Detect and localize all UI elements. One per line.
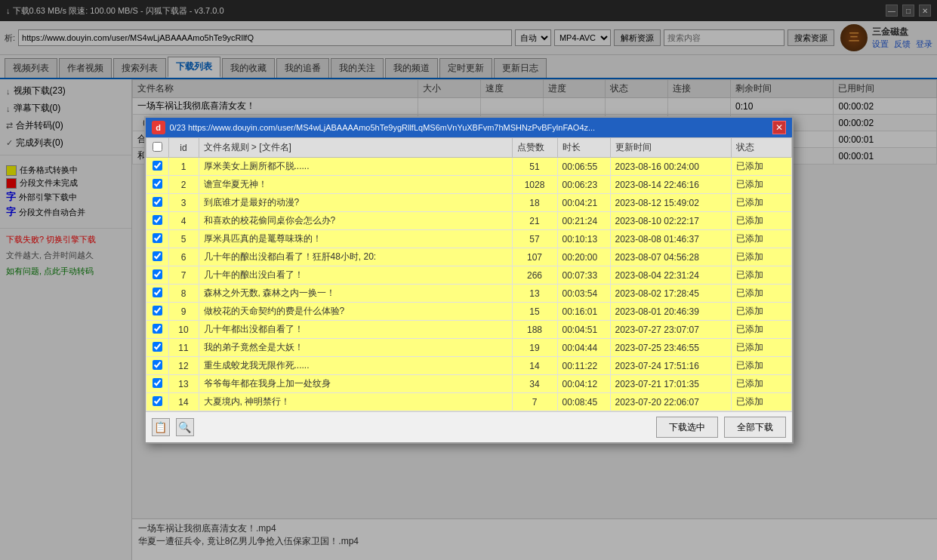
modal-table-row[interactable]: 4 和喜欢的校花偷同桌你会怎么办? 21 00:21:24 2023-08-10… [146,212,791,230]
modal-cell-status: 已添加 [731,176,791,194]
modal-cell-status: 已添加 [731,375,791,393]
modal-cell-checkbox[interactable] [146,266,168,285]
modal-cell-status: 已添加 [731,230,791,248]
modal-cell-status: 已添加 [731,158,791,176]
modal-cell-checkbox[interactable] [146,393,168,411]
row-checkbox[interactable] [153,324,162,334]
row-checkbox[interactable] [153,215,162,225]
modal-cell-checkbox[interactable] [146,375,168,393]
row-checkbox[interactable] [153,288,162,297]
modal-cell-update: 2023-07-21 17:01:35 [610,375,731,393]
modal-table-row[interactable]: 13 爷爷每年都在我身上加一处纹身 34 00:04:12 2023-07-21… [146,375,791,393]
row-checkbox[interactable] [153,179,162,189]
modal-col-filename: 文件名规则 > [文件名] [199,138,512,158]
modal-table-row[interactable]: 5 厚米具匹真的是鼍尊味珠的！ 57 00:10:13 2023-08-08 0… [146,230,791,248]
row-checkbox[interactable] [153,360,162,370]
modal-cell-checkbox[interactable] [146,339,168,357]
modal-cell-checkbox[interactable] [146,285,168,303]
row-checkbox[interactable] [153,233,162,243]
modal-cell-checkbox[interactable] [146,176,168,194]
modal-cell-filename: 几十年的酿出没白看了！ [199,266,512,285]
modal-body: id 文件名规则 > [文件名] 点赞数 时长 更新时间 状态 1 [146,137,792,442]
modal-cell-likes: 188 [512,321,557,339]
modal-cell-duration: 00:07:33 [557,266,610,285]
modal-table-row[interactable]: 8 森林之外无数, 森林之内一换一！ 13 00:03:54 2023-08-0… [146,285,791,303]
modal-table-row[interactable]: 12 重生成蛟龙我无限作死...... 14 00:11:22 2023-07-… [146,357,791,375]
app-container: 析: 自动 MP4-AVC 解析资源 搜索资源 三 三金磁盘 设置 反馈 登录 … [0,21,937,560]
row-checkbox[interactable] [153,161,162,171]
modal-cell-duration: 00:04:21 [557,194,610,212]
row-checkbox[interactable] [153,342,162,352]
modal-cell-update: 2023-08-12 15:49:02 [610,194,731,212]
modal-cell-checkbox[interactable] [146,158,168,176]
modal-cell-id: 10 [168,321,199,339]
modal-cell-id: 12 [168,357,199,375]
modal-cell-checkbox[interactable] [146,303,168,321]
modal-cell-filename: 谵宣华夏无神！ [199,176,512,194]
modal-cell-checkbox[interactable] [146,248,168,266]
modal-col-id: id [168,138,199,158]
row-checkbox[interactable] [153,396,162,406]
modal-table: id 文件名规则 > [文件名] 点赞数 时长 更新时间 状态 1 [146,137,792,411]
modal-cell-id: 7 [168,266,199,285]
modal-table-row[interactable]: 6 几十年的酿出没都白看了！狂肝48小时, 20: 107 00:20:00 2… [146,248,791,266]
modal-cell-duration: 00:11:22 [557,357,610,375]
modal-cell-likes: 266 [512,266,557,285]
modal-cell-checkbox[interactable] [146,357,168,375]
modal-cell-duration: 00:03:54 [557,285,610,303]
modal-title-bar: d 0/23 https://www.douyin.com/user/MS4wL… [146,118,792,137]
modal-cell-status: 已添加 [731,212,791,230]
modal-table-row[interactable]: 1 厚米美女上厕所都不脱...... 51 00:06:55 2023-08-1… [146,158,791,176]
download-selected-button[interactable]: 下载选中 [656,417,718,438]
download-all-button[interactable]: 全部下载 [724,417,786,438]
modal-cell-filename: 几十年的酿出没都白看了！狂肝48小时, 20: [199,248,512,266]
modal-title-icon: d [152,121,165,134]
modal-table-row[interactable]: 7 几十年的酿出没白看了！ 266 00:07:33 2023-08-04 22… [146,266,791,285]
modal-table-container[interactable]: id 文件名规则 > [文件名] 点赞数 时长 更新时间 状态 1 [146,137,792,411]
modal-table-row[interactable]: 2 谵宣华夏无神！ 1028 00:06:23 2023-08-14 22:46… [146,176,791,194]
modal-table-row[interactable]: 10 几十年都出没都自看了！ 188 00:04:51 2023-07-27 2… [146,321,791,339]
modal-cell-duration: 00:04:44 [557,339,610,357]
modal-table-row[interactable]: 14 大夏境内, 神明禁行！ 7 00:08:45 2023-07-20 22:… [146,393,791,411]
modal-cell-id: 14 [168,393,199,411]
modal-cell-duration: 00:10:13 [557,230,610,248]
modal-cell-id: 2 [168,176,199,194]
footer-icon-1[interactable]: 📋 [152,418,170,436]
modal-cell-filename: 重生成蛟龙我无限作死...... [199,357,512,375]
modal-cell-checkbox[interactable] [146,212,168,230]
modal-cell-id: 6 [168,248,199,266]
modal-table-row[interactable]: 3 到底谁才是最好的动漫? 18 00:04:21 2023-08-12 15:… [146,194,791,212]
modal-cell-checkbox[interactable] [146,321,168,339]
modal-cell-likes: 14 [512,357,557,375]
modal-cell-filename: 和喜欢的校花偷同桌你会怎么办? [199,212,512,230]
modal-cell-update: 2023-08-14 22:46:16 [610,176,731,194]
select-all-checkbox[interactable] [153,142,162,152]
modal-cell-likes: 19 [512,339,557,357]
footer-icon-2[interactable]: 🔍 [176,418,194,436]
modal-cell-checkbox[interactable] [146,194,168,212]
modal-table-row[interactable]: 9 做校花的天命契约的费是什么体验? 15 00:16:01 2023-08-0… [146,303,791,321]
modal-cell-id: 13 [168,375,199,393]
modal-cell-update: 2023-07-24 17:51:16 [610,357,731,375]
modal-cell-duration: 00:06:23 [557,176,610,194]
row-checkbox[interactable] [153,378,162,388]
modal-cell-filename: 爷爷每年都在我身上加一处纹身 [199,375,512,393]
row-checkbox[interactable] [153,197,162,207]
modal-cell-duration: 00:08:45 [557,393,610,411]
modal-cell-duration: 00:20:00 [557,248,610,266]
row-checkbox[interactable] [153,269,162,279]
modal-table-row[interactable]: 11 我的弟子竟然全是大妖！ 19 00:04:44 2023-07-25 23… [146,339,791,357]
modal-cell-id: 8 [168,285,199,303]
modal-cell-likes: 57 [512,230,557,248]
modal-cell-status: 已添加 [731,303,791,321]
modal-cell-id: 1 [168,158,199,176]
modal-col-checkbox [146,138,168,158]
modal-cell-checkbox[interactable] [146,230,168,248]
modal-close-button[interactable]: ✕ [772,121,786,134]
modal-cell-update: 2023-08-16 00:24:00 [610,158,731,176]
row-checkbox[interactable] [153,306,162,315]
modal-cell-filename: 到底谁才是最好的动漫? [199,194,512,212]
row-checkbox[interactable] [153,251,162,261]
modal-cell-likes: 51 [512,158,557,176]
modal-cell-duration: 00:16:01 [557,303,610,321]
